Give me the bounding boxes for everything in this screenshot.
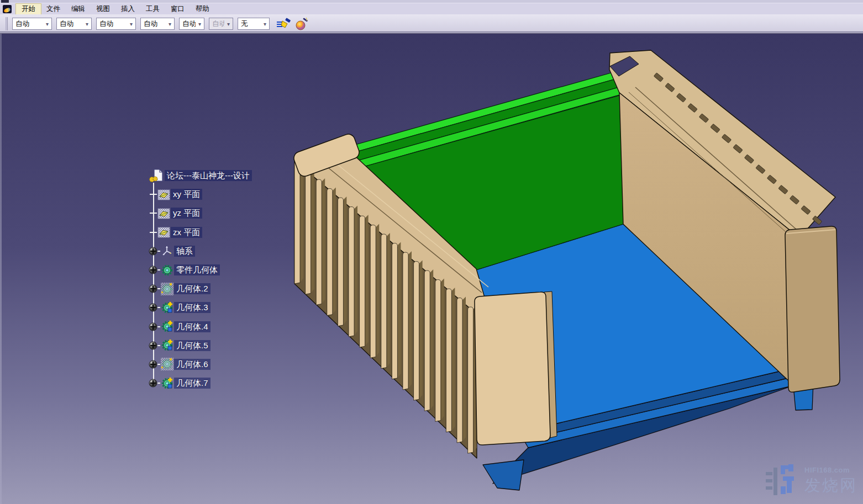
- watermark-site: HIFI168.com: [804, 466, 857, 474]
- chevron-down-icon: ▾: [261, 18, 269, 29]
- 3d-viewport[interactable]: 论坛---泰山神龙---设计 xy 平面 yz 平面 zx 平面 轴系: [0, 34, 863, 504]
- render-style-combo[interactable]: 自动▾: [209, 18, 233, 30]
- viewport-3d-model[interactable]: [0, 34, 863, 504]
- fill-color-combo[interactable]: 自动▾: [12, 18, 52, 30]
- menu-item-file[interactable]: 文件: [41, 4, 66, 14]
- background-window-icon: [1, 0, 9, 3]
- chevron-down-icon: ▾: [166, 18, 174, 29]
- tree-row-body2: 几何体.2: [146, 279, 290, 298]
- catia-logo-icon[interactable]: [3, 5, 12, 13]
- background-window-strip: [0, 0, 863, 3]
- tree-row-body6: 几何体.6: [146, 355, 290, 374]
- menu-item-edit[interactable]: 编辑: [66, 4, 91, 14]
- tree-item-label[interactable]: 几何体.6: [174, 359, 211, 370]
- chevron-down-icon: ▾: [196, 18, 204, 29]
- tree-row-xy-plane: xy 平面: [146, 185, 290, 204]
- painter-icon[interactable]: [276, 17, 291, 31]
- hifi168-logo-icon: [766, 464, 800, 498]
- toolbar-drag-handle[interactable]: [6, 17, 8, 30]
- layer-combo[interactable]: 无▾: [238, 18, 270, 30]
- tree-row-axis-system: 轴系: [146, 242, 290, 261]
- plane-icon[interactable]: [157, 226, 170, 238]
- chevron-down-icon: ▾: [83, 18, 91, 29]
- body-hidden-icon[interactable]: [161, 283, 173, 295]
- left-heatsink-front-cap: [475, 292, 550, 445]
- menu-item-tools[interactable]: 工具: [140, 4, 165, 14]
- chevron-down-icon: ▾: [224, 18, 233, 29]
- tree-item-label[interactable]: 轴系: [174, 246, 195, 257]
- point-symbol-combo[interactable]: 自动▾: [179, 18, 204, 30]
- tree-root-label[interactable]: 论坛---泰山神龙---设计: [165, 170, 252, 181]
- menu-item-insert[interactable]: 插入: [115, 4, 140, 14]
- specification-tree: 论坛---泰山神龙---设计 xy 平面 yz 平面 zx 平面 轴系: [146, 166, 290, 392]
- tree-row-zx-plane: zx 平面: [146, 223, 290, 242]
- tree-row-partbody: 零件几何体: [146, 261, 290, 279]
- line-weight-combo[interactable]: 自动▾: [96, 18, 136, 30]
- tree-row-body3: 几何体.3: [146, 298, 290, 317]
- menu-item-view[interactable]: 视图: [91, 4, 115, 14]
- menu-item-window[interactable]: 窗口: [165, 4, 190, 14]
- chevron-down-icon: ▾: [43, 18, 51, 29]
- tree-item-label[interactable]: 零件几何体: [174, 264, 220, 275]
- body-hidden-icon[interactable]: [161, 358, 173, 370]
- expand-plus-icon[interactable]: [149, 266, 157, 274]
- watermark: HIFI168.com 发烧网: [766, 464, 857, 498]
- tree-row-body7: 几何体.7: [146, 374, 290, 392]
- tree-row-body5: 几何体.5: [146, 336, 290, 355]
- transparency-combo[interactable]: 自动▾: [56, 18, 92, 30]
- expand-plus-icon[interactable]: [149, 247, 157, 256]
- tree-item-label[interactable]: 几何体.2: [174, 283, 211, 294]
- body-icon[interactable]: [161, 264, 173, 277]
- chevron-down-icon: ▾: [127, 18, 135, 29]
- expand-plus-icon[interactable]: [149, 303, 157, 312]
- expand-plus-icon[interactable]: [149, 379, 157, 388]
- line-type-combo[interactable]: 自动▾: [140, 18, 175, 30]
- tree-item-label[interactable]: 几何体.5: [174, 340, 211, 351]
- menu-item-start[interactable]: 开始: [16, 4, 41, 14]
- expand-plus-icon[interactable]: [149, 360, 157, 369]
- graphic-properties-toolbar: 自动▾ 自动▾ 自动▾ 自动▾ 自动▾ 自动▾ 无▾: [0, 14, 863, 34]
- tree-item-label[interactable]: 几何体.7: [174, 378, 211, 389]
- expand-plus-icon[interactable]: [149, 284, 157, 293]
- watermark-name: 发烧网: [804, 475, 857, 497]
- menu-bar: 开始 文件 编辑 视图 插入 工具 窗口 帮助: [0, 3, 863, 14]
- body-add-icon[interactable]: [161, 339, 173, 352]
- tree-row-body4: 几何体.4: [146, 317, 290, 336]
- tree-item-label[interactable]: 几何体.4: [174, 321, 211, 332]
- material-sphere-icon[interactable]: [294, 17, 309, 31]
- body-add-icon[interactable]: [161, 301, 173, 314]
- viewport-left-border: [0, 34, 2, 504]
- plane-icon[interactable]: [157, 207, 170, 220]
- menu-item-help[interactable]: 帮助: [190, 4, 215, 14]
- tree-row-yz-plane: yz 平面: [146, 204, 290, 222]
- tree-item-label[interactable]: zx 平面: [171, 227, 202, 238]
- tree-root-row: 论坛---泰山神龙---设计: [146, 166, 290, 185]
- body-add-icon[interactable]: [161, 320, 173, 333]
- plane-icon[interactable]: [157, 188, 170, 201]
- expand-plus-icon[interactable]: [149, 322, 157, 331]
- axis-system-icon[interactable]: [161, 245, 173, 257]
- part-document-icon[interactable]: [149, 168, 164, 183]
- tree-item-label[interactable]: yz 平面: [171, 208, 202, 219]
- expand-plus-icon[interactable]: [149, 341, 157, 350]
- body-add-icon[interactable]: [161, 377, 173, 390]
- tree-item-label[interactable]: xy 平面: [171, 189, 202, 200]
- tree-item-label[interactable]: 几何体.3: [174, 302, 211, 313]
